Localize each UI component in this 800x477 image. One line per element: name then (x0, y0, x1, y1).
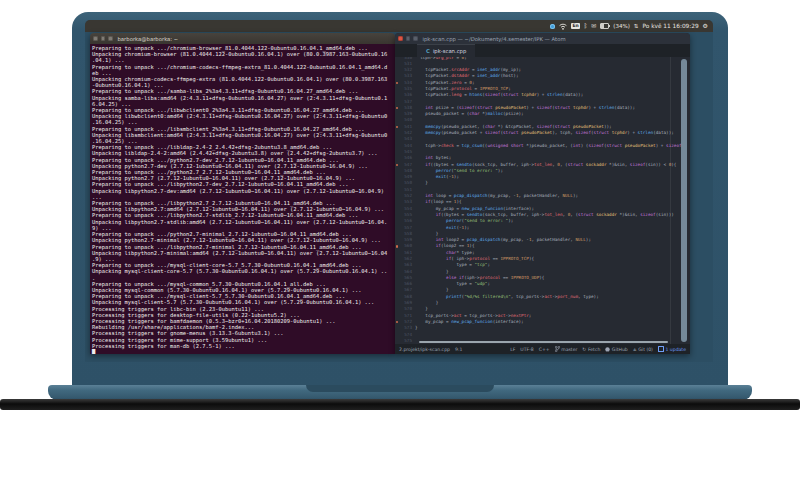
statusbar-encoding[interactable]: UTF-8 (520, 347, 533, 352)
code-line: 542 memcpy(pseudo_packet + sizeof(struct… (395, 130, 690, 136)
top-panel: En ᛒ ✉ (34%) ⇅ Po kvě 11 16:09:29 ⚙ (85, 20, 713, 32)
editor-titlebar: ipk-scan.cpp — ~/Dokumenty/4.semester/IP… (395, 33, 690, 44)
terminal-line: Unpacking chromium-browser (81.0.4044.12… (92, 51, 395, 57)
statusbar-line-ending[interactable]: LF (510, 347, 515, 352)
terminal-line: Unpacking libldap-2.4-2:amd64 (2.4.42+df… (92, 150, 395, 156)
trackpad-notch (306, 385, 494, 392)
battery-icon[interactable] (600, 23, 609, 29)
code-text: } (415, 180, 428, 186)
terminal-line: Unpacking samba-libs:amd64 (2:4.3.11+dfs… (92, 95, 395, 101)
editor-tabbar: C ipk-scan.cpp (395, 44, 690, 57)
maximize-icon[interactable] (413, 36, 418, 41)
code-text: pseudo_packet = (char *)malloc(psize); (415, 111, 524, 117)
terminal-title: barborka@barborka: ~ (118, 36, 179, 42)
terminal-window: barborka@barborka: ~ Preparing to unpack… (90, 33, 395, 354)
terminal-line: █ (92, 349, 395, 354)
network-wifi-icon[interactable] (559, 23, 567, 30)
tab-ipk-scan-cpp[interactable]: C ipk-scan.cpp (417, 44, 475, 57)
branch-icon (555, 346, 560, 352)
github-icon (605, 347, 610, 352)
terminal-line: Preparing to unpack .../libpython2.7-std… (92, 212, 395, 218)
code-text: memcpy(pseudo_packet + sizeof(struct pse… (415, 130, 674, 136)
git-diff-icon: ± (633, 347, 637, 352)
terminal-line: Unpacking libpython2.7-stdlib:amd64 (2.7… (92, 219, 395, 225)
vertical-scrollbar[interactable] (681, 59, 687, 342)
code-editor[interactable]: 530 tcph->urg_ptr = 0;531532 tcpPacket.s… (395, 57, 690, 344)
editor-statusbar: 2.projekt/ipk-scan.cpp 9:1 LF UTF-8 C++ (395, 344, 690, 354)
bluetooth-icon[interactable]: ᛒ (584, 20, 588, 32)
statusbar-file-path[interactable]: 2.projekt/ipk-scan.cpp (399, 347, 450, 352)
terminal-line: Unpacking mysql-client-5.7 (5.7.30-0ubun… (92, 299, 395, 305)
laptop-lid: En ᛒ ✉ (34%) ⇅ Po kvě 11 16:09:29 ⚙ barb… (72, 12, 728, 386)
session-gear-icon[interactable]: ⚙ (703, 20, 708, 32)
statusbar-cursor-position[interactable]: 9:1 (455, 347, 462, 352)
code-text: tcph->check = tcp_csum((unsigned short *… (415, 143, 682, 149)
system-indicators: En ᛒ ✉ (34%) ⇅ Po kvě 11 16:09:29 ⚙ (550, 20, 713, 32)
terminal-line: Preparing to unpack .../libpython2.7-min… (92, 244, 395, 250)
cpp-file-icon: C (426, 48, 430, 54)
code-text: } (415, 325, 418, 331)
code-text: my_pcap = new_pcap_funcion(interface); (415, 319, 524, 325)
code-text: tcph->urg_ptr = 0; (415, 57, 467, 61)
statusbar-language[interactable]: C++ (539, 347, 550, 352)
statusbar-fetch[interactable]: ↻ Fetch (582, 347, 600, 352)
close-icon[interactable] (398, 36, 403, 41)
editor-title: ipk-scan.cpp — ~/Dokumenty/4.semester/IP… (423, 36, 566, 42)
laptop-shadow (0, 399, 800, 410)
code-text: tcpPacket.leng = htons(sizeof(struct tcp… (415, 92, 583, 98)
battery-percentage: (34%) (613, 20, 630, 32)
refresh-icon: ↻ (582, 347, 586, 352)
terminal-line: Preparing to unpack .../libsmbclient_2%3… (92, 126, 395, 132)
statusbar-git-branch[interactable]: master (555, 346, 578, 352)
mail-icon[interactable]: ✉ (591, 20, 596, 32)
terminal-line: Preparing to unpack .../chromium-codecs-… (92, 64, 395, 70)
sync-arrows-icon[interactable]: ⇅ (634, 20, 639, 32)
horizontal-scrollbar[interactable] (419, 341, 668, 343)
terminal-line: Unpacking libwbclient0:amd64 (2:4.3.11+d… (92, 113, 395, 119)
terminal-titlebar: barborka@barborka: ~ (90, 33, 395, 44)
messenger-indicator-icon[interactable] (550, 24, 555, 29)
minimize-icon[interactable] (101, 36, 106, 41)
tab-label: ipk-scan.cpp (433, 48, 466, 54)
terminal-line: Preparing to unpack .../samba-libs_2%3a4… (92, 88, 395, 94)
code-text: printf("%d/%s filtered\n", tcp_ports->ac… (415, 294, 599, 300)
maximize-icon[interactable] (108, 36, 113, 41)
laptop-screen: En ᛒ ✉ (34%) ⇅ Po kvě 11 16:09:29 ⚙ barb… (85, 20, 713, 362)
wrap-guide (670, 57, 671, 344)
terminal-line: Unpacking mysql-client-core-5.7 (5.7.30-… (92, 268, 395, 274)
code-line: 544 tcph->check = tcp_csum((unsigned sho… (395, 143, 690, 149)
terminal-line: Unpacking python2.7-minimal (2.7.12-1ubu… (92, 237, 395, 243)
minimize-icon[interactable] (406, 36, 411, 41)
keyboard-layout-indicator[interactable]: En (571, 23, 579, 29)
terminal-output[interactable]: Preparing to unpack .../chromium-browser… (90, 44, 395, 354)
statusbar-github[interactable]: GitHub (605, 347, 627, 352)
laptop-mockup: En ᛒ ✉ (34%) ⇅ Po kvě 11 16:09:29 ⚙ barb… (0, 0, 800, 477)
statusbar-updates[interactable]: 1 update (658, 346, 686, 352)
clock-indicator[interactable]: Po kvě 11 16:09:29 (642, 20, 698, 32)
laptop-base (48, 385, 752, 400)
close-icon[interactable] (93, 36, 98, 41)
statusbar-git-changes[interactable]: ± Git (0) (633, 347, 653, 352)
editor-window: ipk-scan.cpp — ~/Dokumenty/4.semester/IP… (395, 33, 690, 354)
terminal-line: Unpacking libsmbclient:amd64 (2:4.3.11+d… (92, 132, 395, 138)
terminal-line: Unpacking libpython2.7-dev:amd64 (2.7.12… (92, 188, 395, 194)
update-package-icon (658, 346, 664, 352)
terminal-line: Unpacking libpython2.7-minimal:amd64 (2.… (92, 250, 395, 256)
